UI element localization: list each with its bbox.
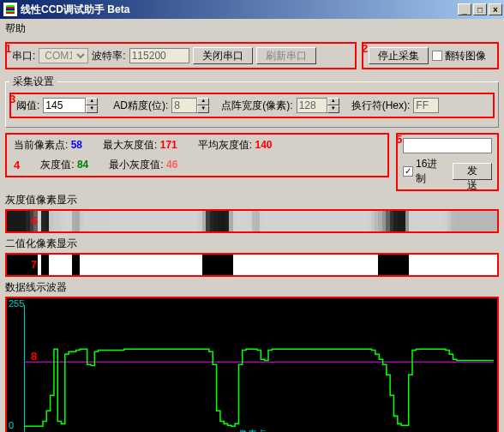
flip-image-label: 翻转图像	[445, 49, 486, 63]
stats-panel: 当前像素点: 58 最大灰度值: 171 平均灰度值: 140 4 灰度值: 8…	[5, 133, 389, 177]
menubar: 帮助	[0, 19, 504, 39]
close-button[interactable]: ×	[489, 3, 502, 15]
checkbox-checked-icon: ✓	[403, 166, 413, 177]
port-label: 串口:	[12, 49, 35, 63]
close-port-button[interactable]: 关闭串口	[193, 47, 253, 64]
svg-rect-0	[7, 298, 497, 432]
newline-label: 换行符(Hex):	[351, 99, 411, 113]
cur-pixel-label: 当前像素点:	[14, 139, 68, 151]
checkbox-icon	[432, 51, 442, 61]
gray-strip: 6	[5, 209, 499, 233]
min-gray-label: 最小灰度值:	[109, 159, 163, 171]
avg-gray-label: 平均灰度值:	[198, 139, 252, 151]
dot-width-label: 点阵宽度(像素):	[221, 99, 292, 113]
gray-value: 84	[77, 159, 88, 171]
minimize-button[interactable]: _	[458, 3, 471, 15]
window-titlebar: 线性CCD调试助手 Beta _ □ ×	[0, 0, 504, 19]
send-input[interactable]	[403, 138, 492, 153]
menu-help[interactable]: 帮助	[5, 22, 26, 34]
spin-down-icon[interactable]: ▼	[327, 105, 339, 113]
spin-up-icon[interactable]: ▲	[197, 98, 209, 105]
flip-image-checkbox[interactable]: 翻转图像	[432, 49, 486, 63]
hex-label: 16进制	[416, 157, 447, 186]
x-axis-label: 像素点	[238, 428, 267, 432]
gray-label: 灰度值:	[40, 159, 74, 171]
y-max-label: 255	[9, 298, 24, 309]
annotation-1: 1	[5, 42, 11, 55]
oscilloscope-label: 数据线示波器	[5, 280, 499, 295]
annotation-7: 7	[31, 258, 37, 271]
refresh-port-button[interactable]: 刷新串口	[256, 47, 316, 64]
max-gray-value: 171	[160, 139, 177, 151]
binary-display-label: 二值化像素显示	[5, 237, 499, 251]
baud-input[interactable]	[129, 48, 189, 63]
send-panel: 5 ✓ 16进制 发送	[396, 133, 499, 191]
min-gray-value: 46	[166, 159, 177, 171]
annotation-5: 5	[396, 133, 402, 146]
annotation-8: 8	[31, 350, 37, 363]
window-title: 线性CCD调试助手 Beta	[21, 3, 458, 17]
baud-label: 波特率:	[92, 49, 125, 63]
port-select[interactable]: COM1	[39, 48, 88, 63]
maximize-button[interactable]: □	[473, 3, 487, 15]
ad-precision-label: AD精度(位):	[113, 99, 168, 113]
gray-display-label: 灰度值像素显示	[5, 193, 499, 207]
capture-settings-group: 采集设置 3 阈值: ▲▼ AD精度(位): ▲▼ 点阵宽度(像素): ▲▼ 换…	[5, 75, 499, 128]
spin-down-icon[interactable]: ▼	[197, 105, 209, 113]
spin-up-icon[interactable]: ▲	[86, 98, 98, 105]
binary-strip: 7	[5, 253, 499, 277]
annotation-6: 6	[31, 214, 37, 227]
stop-capture-button[interactable]: 停止采集	[369, 47, 429, 64]
avg-gray-value: 140	[255, 139, 272, 151]
oscilloscope: 8 255 0 像素点	[5, 297, 499, 432]
capture-legend: 采集设置	[9, 75, 57, 89]
app-icon	[3, 3, 17, 16]
spin-up-icon[interactable]: ▲	[327, 98, 339, 105]
dot-width-input[interactable]	[297, 98, 327, 113]
annotation-4: 4	[14, 159, 20, 171]
threshold-input[interactable]	[43, 98, 86, 113]
y-min-label: 0	[9, 420, 14, 430]
annotation-2: 2	[362, 42, 368, 55]
send-button[interactable]: 发送	[453, 163, 492, 180]
newline-input[interactable]	[413, 98, 439, 113]
max-gray-label: 最大灰度值:	[103, 139, 157, 151]
threshold-label: 阈值:	[16, 99, 39, 113]
ad-precision-input[interactable]	[171, 98, 197, 113]
cur-pixel-value: 58	[71, 139, 82, 151]
annotation-3: 3	[9, 93, 15, 105]
hex-checkbox[interactable]: ✓ 16进制	[403, 157, 447, 186]
spin-down-icon[interactable]: ▼	[86, 105, 98, 113]
